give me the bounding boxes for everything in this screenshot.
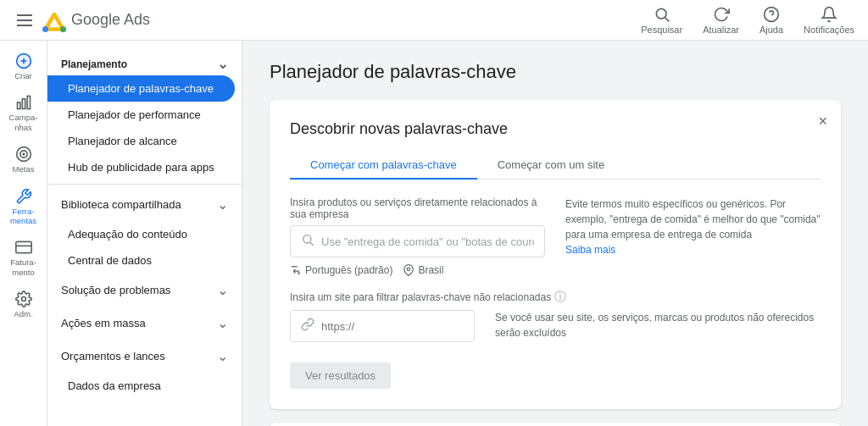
topbar-actions: Pesquisar Atualizar Ajuda Notificações — [641, 6, 854, 35]
keywords-input[interactable] — [321, 235, 534, 248]
sidebar-item-keyword-planner[interactable]: Planejador de palavras-chave — [47, 75, 235, 102]
keywords-tip-text: Evite termos muito específicos ou genéri… — [565, 198, 821, 241]
translate-icon — [290, 264, 302, 276]
rail-item-create[interactable]: Criar — [3, 47, 44, 86]
sidebar-item-performance-planner[interactable]: Planejador de performance — [47, 102, 235, 128]
learn-more-link[interactable]: Saiba mais — [565, 244, 615, 256]
svg-point-19 — [303, 235, 311, 243]
website-label-row: Insira um site para filtrar palavras-cha… — [290, 290, 821, 305]
country-label: Brasil — [418, 264, 443, 276]
rail-tools-label: Ferra-mentas — [10, 207, 36, 226]
country-selector[interactable]: Brasil — [403, 264, 443, 276]
rail-item-admin[interactable]: Adm. — [3, 285, 44, 324]
shared-library-label: Biblioteca compartilhada — [61, 198, 181, 211]
link-icon — [301, 318, 314, 335]
sidebar-item-apps-hub[interactable]: Hub de publicidade para apps — [47, 154, 235, 180]
svg-point-18 — [21, 297, 25, 302]
hamburger-icon[interactable] — [14, 11, 36, 30]
planning-section-header[interactable]: Planejamento ⌄ — [47, 47, 242, 75]
performance-planner-label: Planejador de performance — [68, 108, 201, 121]
bell-icon — [821, 6, 837, 23]
language-selector[interactable]: Português (padrão) — [290, 264, 392, 276]
rail-item-campaigns[interactable]: Campa-nhas — [3, 89, 44, 137]
keywords-form-row: Insira produtos ou serviços diretamente … — [290, 196, 821, 276]
svg-rect-16 — [15, 242, 31, 253]
svg-point-1 — [60, 26, 66, 32]
target-icon — [15, 146, 32, 163]
help-action[interactable]: Ajuda — [760, 6, 783, 35]
keywords-tip-col: Evite termos muito específicos ou genéri… — [565, 196, 821, 276]
help-label: Ajuda — [760, 25, 783, 35]
topbar: Google Ads Pesquisar Atualizar Ajuda Not… — [0, 0, 868, 41]
wrench-icon — [15, 188, 32, 205]
lang-row: Português (padrão) Brasil — [290, 264, 545, 276]
sidebar: Planejamento ⌄ Planejador de palavras-ch… — [47, 41, 242, 426]
card-tabs: Começar com palavras-chave Começar com u… — [290, 152, 821, 180]
tab-website-label: Começar com um site — [498, 158, 604, 171]
rail-campaigns-label: Campa-nhas — [9, 113, 38, 132]
main-content: Planejador de palavras-chave Descobrir n… — [242, 41, 868, 426]
refresh-icon — [713, 6, 730, 23]
budgets-bids-chevron-icon: ⌄ — [217, 348, 228, 364]
google-ads-logo-icon — [42, 8, 66, 32]
search-label: Pesquisar — [641, 25, 682, 35]
sidebar-item-bulk-actions[interactable]: Ações em massa ⌄ — [47, 307, 242, 340]
svg-rect-10 — [17, 102, 19, 109]
notifications-action[interactable]: Notificações — [804, 6, 854, 35]
plus-icon — [15, 53, 32, 69]
website-tip: Se você usar seu site, os serviços, marc… — [495, 310, 821, 340]
shared-plans-card: Planos compartilhados... — [270, 423, 841, 426]
credit-card-icon — [15, 239, 32, 256]
discover-keywords-card: Descobrir novas palavras-chave × Começar… — [270, 100, 841, 409]
troubleshoot-chevron-icon: ⌄ — [217, 282, 228, 298]
rail-goals-label: Metas — [13, 164, 35, 174]
rail-create-label: Criar — [14, 71, 32, 80]
keywords-search-icon — [301, 233, 314, 250]
search-action[interactable]: Pesquisar — [641, 6, 682, 35]
rail-item-billing[interactable]: Fatura-mento — [3, 234, 44, 282]
svg-marker-0 — [46, 14, 64, 30]
search-icon — [654, 6, 670, 23]
bulk-actions-label: Ações em massa — [61, 317, 146, 329]
topbar-left: Google Ads — [14, 8, 150, 32]
help-icon — [763, 6, 780, 23]
keywords-form-col: Insira produtos ou serviços diretamente … — [290, 196, 545, 276]
data-central-label: Central de dados — [68, 254, 152, 267]
rail-item-tools[interactable]: Ferra-mentas — [3, 183, 44, 231]
svg-point-21 — [408, 268, 411, 271]
tab-keywords[interactable]: Começar com palavras-chave — [290, 152, 477, 180]
svg-point-15 — [23, 153, 25, 155]
sidebar-item-shared-library[interactable]: Biblioteca compartilhada ⌄ — [47, 188, 242, 221]
sidebar-item-content-adequacy[interactable]: Adequação do conteúdo — [47, 221, 235, 247]
tab-keywords-label: Começar com palavras-chave — [310, 158, 457, 171]
refresh-action[interactable]: Atualizar — [703, 6, 739, 35]
info-icon[interactable]: ⓘ — [554, 290, 566, 305]
sidebar-item-data-central[interactable]: Central de dados — [47, 247, 235, 274]
planning-header-label: Planejamento — [61, 58, 127, 70]
sidebar-item-company-data[interactable]: Dados da empresa — [47, 373, 235, 399]
sidebar-item-reach-planner[interactable]: Planejador de alcance — [47, 128, 235, 154]
sidebar-divider-1 — [47, 184, 242, 185]
url-input[interactable] — [321, 320, 464, 333]
troubleshoot-label: Solução de problemas — [61, 284, 170, 296]
bulk-actions-chevron-icon: ⌄ — [217, 315, 228, 331]
budgets-bids-label: Orçamentos e lances — [61, 350, 165, 362]
sidebar-item-troubleshoot[interactable]: Solução de problemas ⌄ — [47, 274, 242, 307]
keywords-label: Insira produtos ou serviços diretamente … — [290, 196, 545, 220]
keywords-input-wrapper — [290, 225, 545, 257]
svg-point-2 — [42, 26, 48, 32]
tab-website[interactable]: Começar com um site — [477, 152, 625, 180]
svg-line-20 — [310, 242, 314, 246]
content-adequacy-label: Adequação do conteúdo — [68, 228, 187, 241]
view-results-button[interactable]: Ver resultados — [290, 362, 391, 389]
bar-chart-icon — [15, 94, 32, 111]
rail-item-goals[interactable]: Metas — [3, 141, 44, 179]
notifications-label: Notificações — [804, 25, 854, 35]
keywords-tip: Evite termos muito específicos ou genéri… — [565, 196, 821, 257]
company-data-label: Dados da empresa — [68, 379, 161, 392]
close-button[interactable]: × — [818, 113, 827, 129]
location-icon — [403, 264, 415, 276]
svg-point-3 — [656, 8, 666, 19]
svg-line-4 — [665, 17, 669, 21]
sidebar-item-budgets-bids[interactable]: Orçamentos e lances ⌄ — [47, 340, 242, 373]
